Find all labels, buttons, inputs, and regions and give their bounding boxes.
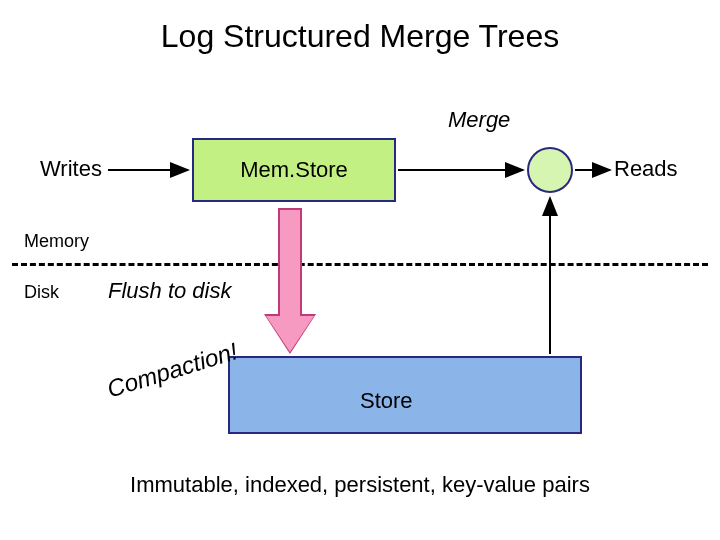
disk-label: Disk	[24, 282, 59, 303]
memory-disk-divider	[12, 263, 708, 266]
memstore-label: Mem.Store	[240, 157, 348, 183]
compaction-label: Compaction!	[104, 337, 241, 403]
writes-label: Writes	[40, 156, 102, 182]
store-label: Store	[360, 388, 413, 414]
merge-node-circle	[527, 147, 573, 193]
slide: Log Structured Merge Trees Merge Writes …	[0, 0, 720, 540]
flush-label: Flush to disk	[108, 278, 232, 304]
footer-text: Immutable, indexed, persistent, key-valu…	[0, 472, 720, 498]
flush-arrow-icon	[266, 208, 314, 352]
reads-label: Reads	[614, 156, 678, 182]
memory-label: Memory	[24, 231, 89, 252]
memstore-box: Mem.Store	[192, 138, 396, 202]
slide-title: Log Structured Merge Trees	[0, 18, 720, 55]
connector-arrows	[0, 0, 720, 540]
merge-label: Merge	[448, 107, 510, 133]
